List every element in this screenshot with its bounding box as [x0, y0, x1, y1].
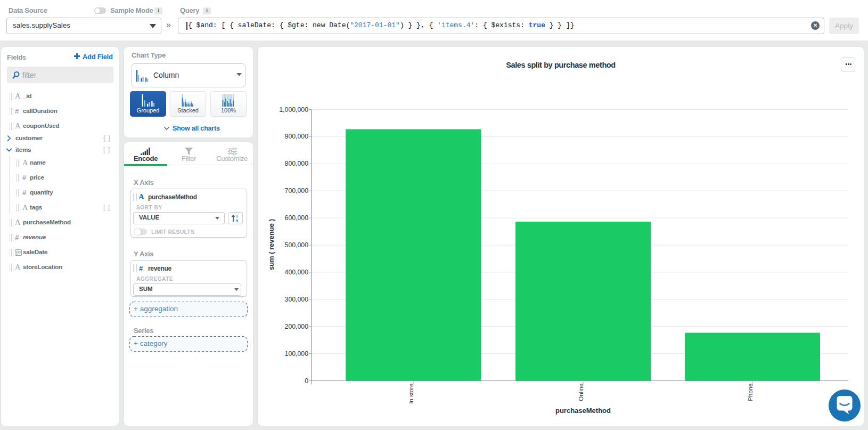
- svg-text:sum ( revenue ): sum ( revenue ): [267, 219, 275, 270]
- svg-text:Online: Online: [578, 384, 584, 401]
- svg-text:9: 9: [236, 219, 238, 223]
- svg-text:900,000: 900,000: [285, 133, 309, 140]
- svg-text:100,000: 100,000: [285, 350, 309, 358]
- svg-text:1: 1: [236, 214, 238, 218]
- svg-text:700,000: 700,000: [285, 187, 309, 194]
- svg-text:400,000: 400,000: [285, 269, 309, 276]
- svg-text:Phone: Phone: [747, 384, 754, 401]
- svg-text:800,000: 800,000: [285, 160, 309, 167]
- svg-text:200,000: 200,000: [285, 323, 309, 330]
- svg-text:purchaseMethod: purchaseMethod: [555, 407, 611, 415]
- svg-text:1,000,000: 1,000,000: [279, 106, 308, 113]
- svg-text:600,000: 600,000: [285, 214, 309, 222]
- svg-text:0: 0: [305, 377, 308, 385]
- svg-text:500,000: 500,000: [285, 241, 309, 249]
- svg-text:300,000: 300,000: [285, 296, 309, 303]
- svg-text:In store: In store: [408, 384, 414, 404]
